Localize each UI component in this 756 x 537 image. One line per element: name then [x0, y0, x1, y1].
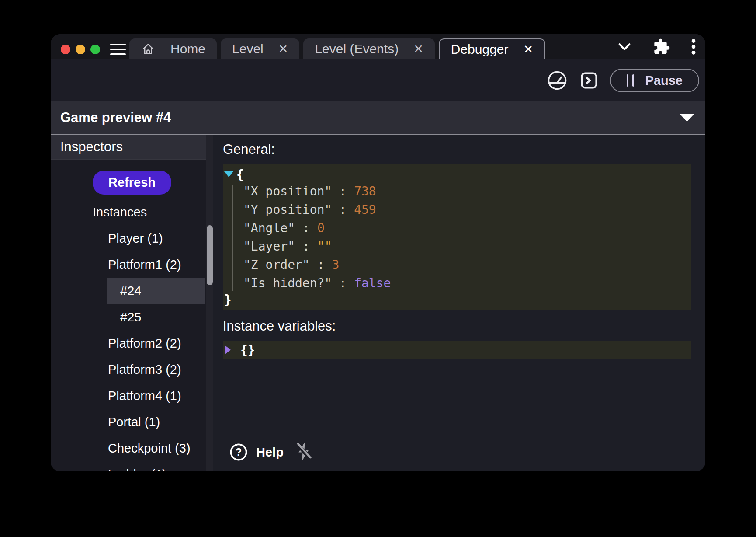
json-value: 738 — [354, 184, 376, 199]
pause-button-label: Pause — [645, 73, 683, 88]
json-row-z-order: "Z order":3 — [223, 255, 691, 274]
tabbar-right-actions — [616, 34, 697, 59]
close-tab-icon[interactable]: ✕ — [278, 43, 288, 55]
svg-text:?: ? — [236, 446, 242, 458]
tree-item-portal[interactable]: Portal (1) — [51, 409, 213, 435]
json-value: 459 — [354, 202, 376, 217]
close-tab-icon[interactable]: ✕ — [413, 43, 423, 55]
pause-icon — [627, 74, 634, 87]
json-row-layer: "Layer":"" — [223, 237, 691, 255]
tab-label: Debugger — [451, 42, 509, 57]
minimize-window-button[interactable] — [76, 45, 85, 54]
general-json-view: { "X position":738 "Y position":459 "Ang… — [223, 164, 691, 310]
home-icon — [141, 42, 156, 56]
tree-item-instances[interactable]: Instances — [51, 199, 213, 225]
debugger-toolbar: Pause — [51, 59, 705, 101]
json-value: 0 — [317, 221, 325, 235]
tree-item-platform2[interactable]: Platform2 (2) — [51, 330, 213, 356]
expand-collapsed-icon[interactable] — [224, 345, 232, 355]
general-heading: General: — [223, 141, 691, 158]
tab-label: Home — [170, 42, 205, 56]
chevron-down-icon[interactable] — [616, 38, 633, 55]
help-label: Help — [256, 445, 284, 460]
tree-item-platform1[interactable]: Platform1 (2) — [51, 251, 213, 278]
debugger-window: Home Level ✕ Level (Events) ✕ Debugger ✕ — [51, 34, 705, 471]
inspectors-header: Inspectors — [51, 135, 213, 160]
game-preview-selector[interactable]: Game preview #4 — [51, 101, 705, 135]
tree-item-ladder[interactable]: Ladder (1) — [51, 461, 213, 471]
instance-variables-heading: Instance variables: — [223, 317, 691, 335]
inspector-detail-panel: General: { "X position":738 "Y position"… — [213, 135, 705, 471]
close-tab-icon[interactable]: ✕ — [524, 44, 534, 56]
tab-debugger[interactable]: Debugger ✕ — [439, 38, 545, 59]
collapse-expanded-icon[interactable] — [224, 170, 234, 179]
tab-level[interactable]: Level ✕ — [221, 38, 299, 59]
tab-bar: Home Level ✕ Level (Events) ✕ Debugger ✕ — [51, 34, 705, 59]
dropdown-caret-icon — [680, 114, 694, 122]
close-window-button[interactable] — [61, 45, 70, 54]
extensions-puzzle-icon[interactable] — [653, 38, 670, 56]
tab-label: Level (Events) — [315, 42, 399, 56]
instance-variables-json-view: {} — [223, 341, 691, 359]
tree-item-instance-25[interactable]: #25 — [107, 304, 205, 330]
tree-item-checkpoint[interactable]: Checkpoint (3) — [51, 435, 213, 461]
content-area: Inspectors Refresh Instances Player (1) … — [51, 135, 705, 471]
tree-item-platform3[interactable]: Platform3 (2) — [51, 356, 213, 383]
maximize-window-button[interactable] — [90, 45, 100, 54]
console-icon[interactable] — [579, 70, 600, 91]
json-value: 3 — [332, 258, 340, 272]
json-row-is-hidden: "Is hidden?":false — [223, 274, 691, 292]
instances-tree: Instances Player (1) Platform1 (2) #24 #… — [51, 199, 213, 471]
flash-off-icon[interactable] — [293, 441, 314, 464]
json-value: "" — [317, 239, 332, 254]
tab-level-events[interactable]: Level (Events) ✕ — [303, 38, 434, 59]
help-button[interactable]: ? Help — [229, 443, 284, 462]
pause-button[interactable]: Pause — [610, 69, 699, 92]
profiler-speedometer-icon[interactable] — [546, 70, 568, 91]
json-row-angle: "Angle":0 — [223, 219, 691, 237]
tree-item-platform4[interactable]: Platform4 (1) — [51, 383, 213, 409]
tree-item-instance-24[interactable]: #24 — [107, 278, 205, 304]
sidebar-scrollbar-track[interactable] — [206, 135, 213, 471]
close-brace: } — [224, 293, 232, 307]
kebab-menu-icon[interactable] — [690, 38, 697, 56]
json-row-y-position: "Y position":459 — [223, 200, 691, 219]
json-value: false — [354, 276, 391, 290]
inspectors-sidebar: Inspectors Refresh Instances Player (1) … — [51, 135, 213, 471]
json-row-x-position: "X position":738 — [223, 182, 691, 200]
open-brace: { — [236, 167, 244, 182]
game-preview-title: Game preview #4 — [60, 110, 171, 126]
bottom-bar: ? Help — [229, 441, 314, 464]
window-controls — [61, 45, 100, 54]
hamburger-menu-icon[interactable] — [110, 44, 126, 55]
tree-guide-line — [232, 185, 233, 291]
empty-object-value: {} — [240, 343, 255, 357]
tree-item-player[interactable]: Player (1) — [51, 225, 213, 251]
tab-strip: Home Level ✕ Level (Events) ✕ Debugger ✕ — [129, 38, 545, 59]
tab-home[interactable]: Home — [129, 38, 217, 59]
tab-label: Level — [232, 42, 264, 56]
refresh-button[interactable]: Refresh — [93, 171, 171, 195]
sidebar-scrollbar-thumb[interactable] — [207, 225, 213, 285]
